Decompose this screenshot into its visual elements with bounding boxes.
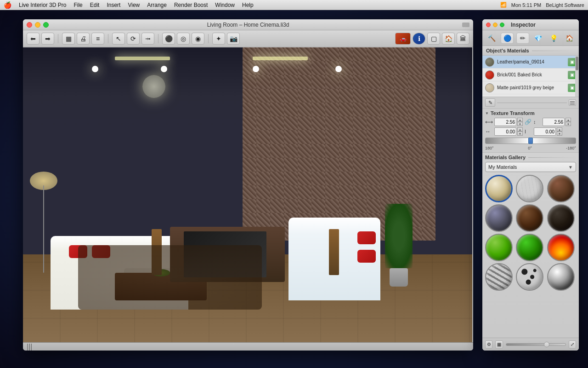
scale-y-input[interactable] xyxy=(543,118,565,126)
angle-labels: 180° 0° -180° xyxy=(485,146,576,150)
scrollbar-thumb xyxy=(576,57,578,70)
menu-window[interactable]: Window xyxy=(215,2,235,8)
view-3d-btn[interactable]: 🏠 xyxy=(442,33,455,45)
print-button[interactable]: 🖨 xyxy=(77,33,90,45)
material-item-2[interactable]: Brick/001 Baked Brick ▣ xyxy=(482,69,579,81)
mat-cream[interactable] xyxy=(485,175,513,202)
menu-help[interactable]: Help xyxy=(242,2,254,8)
main-toolbar: ⬅ ➡ ▦ 🖨 ≡ ↖ ⟳ ⤞ ⚫ ◎ ◉ ✦ 📷 🚗 ℹ ▢ 🏠 🏛 xyxy=(23,30,473,47)
mat-chrome[interactable] xyxy=(547,263,575,291)
camera-btn[interactable]: 📷 xyxy=(227,33,240,45)
gallery-header-line xyxy=(528,157,576,158)
menu-file[interactable]: File xyxy=(74,2,82,8)
build-tool[interactable]: ✦ xyxy=(212,33,225,45)
angle-slider[interactable] xyxy=(485,138,576,144)
offset-x-spinners: ▲ ▼ xyxy=(517,127,523,136)
offset-sep: I xyxy=(525,129,532,134)
menu-insert[interactable]: Insert xyxy=(107,2,120,8)
mat-concrete[interactable] xyxy=(485,204,513,232)
offset-h-icon: ↔ xyxy=(485,128,492,135)
select-tool[interactable]: ↖ xyxy=(112,33,125,45)
inspector-min[interactable] xyxy=(493,23,498,27)
scale-x-down[interactable]: ▼ xyxy=(517,122,523,126)
tab-light[interactable]: 💡 xyxy=(547,33,560,44)
maximize-button[interactable] xyxy=(43,22,49,28)
zoom-slider[interactable] xyxy=(506,343,566,346)
inspector-max[interactable] xyxy=(500,23,504,27)
collapse-triangle[interactable]: ▼ xyxy=(485,111,489,115)
list-button[interactable]: ≡ xyxy=(91,33,104,45)
floor-plan-button[interactable]: ▦ xyxy=(62,33,75,45)
expand-btn[interactable]: ⤢ xyxy=(569,340,576,349)
material-item-1[interactable]: Leather/pamela_09014 ▣ xyxy=(482,56,579,69)
gallery-section: Materials Gallery My Materials ▼ xyxy=(482,153,579,293)
menu-edit[interactable]: Edit xyxy=(90,2,100,8)
sphere-btn[interactable]: ⚫ xyxy=(162,33,175,45)
material-item-3[interactable]: Matte paint/1019 grey beige ▣ xyxy=(482,81,579,94)
transform-header: ▼ Texture Transform xyxy=(485,110,576,116)
close-button[interactable] xyxy=(27,22,32,28)
floor-lamp xyxy=(37,172,51,273)
settings-btn[interactable]: ⚙ xyxy=(485,340,492,349)
offset-x-input[interactable] xyxy=(494,127,516,136)
info-btn[interactable]: ℹ xyxy=(413,33,425,45)
eyedropper-btn[interactable]: ✎ xyxy=(485,98,495,107)
tools-menu-btn[interactable] xyxy=(569,99,576,106)
scale-x-up[interactable]: ▲ xyxy=(517,118,523,122)
mat-wood-light[interactable] xyxy=(516,175,543,202)
offset-y-input[interactable] xyxy=(534,127,556,136)
materials-scrollbar[interactable] xyxy=(575,56,579,97)
scale-h-icon: ⟷ xyxy=(485,119,492,125)
nav-forward-button[interactable]: ➡ xyxy=(41,33,54,45)
tab-material[interactable]: 🔵 xyxy=(501,33,514,44)
circle-btn[interactable]: ◉ xyxy=(192,33,204,45)
inspector-close[interactable] xyxy=(486,23,491,27)
tab-build[interactable]: 🔨 xyxy=(486,33,498,44)
mat-zebra[interactable] xyxy=(485,263,513,291)
orbit-btn[interactable]: ◎ xyxy=(177,33,190,45)
3d-viewport[interactable] xyxy=(23,47,472,346)
mat-dalmatian[interactable] xyxy=(516,263,543,291)
menubar-right: 📶 Mon 5:11 PM BeLight Software xyxy=(500,2,584,8)
link-icon[interactable]: 🔗 xyxy=(525,119,531,125)
offset-y-spinners: ▲ ▼ xyxy=(557,127,562,136)
speaker-right xyxy=(329,229,339,275)
mat-green-bright[interactable] xyxy=(485,234,513,261)
mat-fire[interactable] xyxy=(547,234,575,261)
minimize-button[interactable] xyxy=(35,22,40,28)
plant xyxy=(385,204,413,287)
tab-edit[interactable]: ✏ xyxy=(516,33,529,44)
offset-y-up[interactable]: ▲ xyxy=(557,127,562,132)
menu-view[interactable]: View xyxy=(128,2,140,8)
scale-x-input[interactable] xyxy=(494,118,516,126)
resize-button[interactable] xyxy=(462,23,469,27)
apple-menu[interactable]: 🍎 xyxy=(4,1,11,9)
view-exterior-btn[interactable]: 🏛 xyxy=(457,33,469,45)
recess-light-3 xyxy=(253,66,259,72)
menu-arrange[interactable]: Arrange xyxy=(147,2,167,8)
materials-list[interactable]: Leather/pamela_09014 ▣ Brick/001 Baked B… xyxy=(482,56,579,97)
offset-x-down[interactable]: ▼ xyxy=(517,132,523,136)
tab-building[interactable]: 🏠 xyxy=(563,33,576,44)
mat-green-dark[interactable] xyxy=(516,234,543,261)
offset-x-up[interactable]: ▲ xyxy=(517,127,523,132)
mat-wood-medium[interactable] xyxy=(516,204,543,232)
rotate-tool[interactable]: ⟳ xyxy=(127,33,140,45)
mat-dark[interactable] xyxy=(547,204,575,232)
3d-nav-btn[interactable]: 🚗 xyxy=(395,33,411,45)
mat-brick[interactable] xyxy=(547,175,575,202)
dropdown-arrow-icon: ▼ xyxy=(568,165,573,170)
app-name[interactable]: Live Interior 3D Pro xyxy=(19,2,66,8)
scale-y-up[interactable]: ▲ xyxy=(565,118,571,122)
grid-btn[interactable]: ▦ xyxy=(495,340,503,349)
tab-texture[interactable]: 💎 xyxy=(532,33,545,44)
offset-y-down[interactable]: ▼ xyxy=(557,132,562,136)
gallery-header: Materials Gallery xyxy=(485,155,576,160)
move-tool[interactable]: ⤞ xyxy=(141,33,154,45)
scale-y-down[interactable]: ▼ xyxy=(565,122,571,126)
gallery-dropdown[interactable]: My Materials ▼ xyxy=(485,162,576,172)
menu-render[interactable]: Render Boost xyxy=(174,2,208,8)
pillow-4 xyxy=(357,250,376,263)
nav-back-button[interactable]: ⬅ xyxy=(27,33,40,45)
view-2d-btn[interactable]: ▢ xyxy=(427,33,440,45)
